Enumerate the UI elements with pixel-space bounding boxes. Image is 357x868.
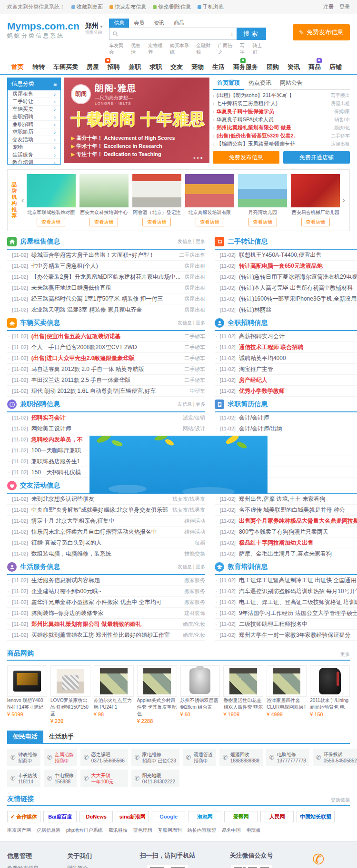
product-name[interactable]: 香榭里活性印花全棉双人四件套 菲尔 — [223, 698, 263, 710]
hot-keyword-link[interactable]: 写字 — [240, 42, 249, 56]
city-switch-link[interactable]: 切换分站 — [85, 30, 102, 36]
row-category[interactable]: 找女友/找男友 — [172, 496, 205, 503]
nav-item[interactable]: 车辆买卖 — [49, 60, 82, 74]
nav-item[interactable]: 交友 — [166, 60, 187, 74]
friend-text-link[interactable]: 电玩板 — [247, 827, 261, 834]
brand-card-name[interactable]: 西安易合机械厂幼儿园 — [291, 209, 340, 216]
row-title[interactable]: 现代 朗动 2012款 1.6L 自动尊贵型[车辆便宜,好车 — [31, 387, 186, 395]
footer-link[interactable]: 网站简介 — [67, 864, 119, 868]
product-name[interactable]: lenovo 联想Y460 N-IFI 14英寸笔记 — [7, 698, 43, 710]
row-category[interactable]: 婚庆/化妆 — [183, 621, 205, 628]
hot-keyword-link[interactable]: 车友聚会 — [109, 42, 127, 56]
product-image[interactable] — [94, 665, 134, 697]
row-title[interactable]: 腾阁装饰--你身边的装修专家 — [31, 609, 180, 617]
row-title[interactable]: 七中旁精装三房急租(个人) — [31, 262, 180, 270]
news-item-category[interactable]: 房屋出租 — [331, 141, 350, 147]
product-name[interactable]: 浴津家居四件套CLUR电视网双层T — [267, 698, 306, 710]
news-item-category[interactable]: 二手轿车 — [331, 133, 350, 139]
news-item-title[interactable]: 华夏良子聘中医保健学员 — [217, 108, 332, 115]
row-title[interactable]: 企业建站只需不到500元哦~ — [31, 587, 180, 595]
brand-card-image[interactable] — [238, 174, 287, 207]
row-title[interactable]: 生活服务信息测试内容标题 — [31, 576, 180, 585]
sidebar-category-item[interactable]: 求职简历› — [8, 128, 60, 136]
row-title[interactable]: 会计/会计师/出纳 — [239, 425, 357, 433]
phone-card[interactable]: ✆钟表维修招商中 — [7, 749, 40, 766]
row-title[interactable]: 绿城百合学府需大房子出售啦！大面积+好户型！ — [31, 251, 175, 259]
search-tab[interactable]: 会员 — [129, 19, 149, 28]
row-title[interactable]: (出售)便宜出售五菱六缸改装切诺基 — [31, 332, 180, 341]
product-image[interactable] — [50, 665, 90, 697]
row-title[interactable]: 电工证焊工证暨高证制冷工证 出证快 全国通用 — [239, 576, 357, 585]
row-title[interactable]: 通信技术工程师 联合招聘 — [239, 343, 357, 351]
search-tab[interactable]: 商品 — [169, 19, 189, 28]
row-title[interactable]: 网站美工设计师 — [31, 425, 179, 433]
sidebar-category-item[interactable]: 生活服务› — [8, 151, 60, 159]
news-tab[interactable]: 首页置顶 — [213, 78, 244, 90]
logo[interactable]: Mymps.com.cn 蚂蚁分类信息系统 — [7, 19, 79, 39]
city-selector[interactable]: 郑州 ▾ 切换分站 — [85, 19, 102, 36]
row-title[interactable]: (转让)急转日用下菱冰箱海尔滚筒洗衣机29电视木质家具 — [239, 273, 357, 281]
product-name[interactable]: 苏泊尔火红点压力锅 PU24F1 — [94, 698, 132, 710]
carousel-next-icon[interactable]: › — [340, 195, 347, 205]
row-title[interactable]: 优秀小学数学教师 — [239, 387, 357, 395]
topbar-link[interactable]: 手机浏览 — [198, 3, 224, 10]
site-logo-text[interactable]: Mymps.com.cn — [7, 20, 79, 31]
brand-card-image[interactable] — [132, 174, 181, 207]
row-category[interactable]: 搬家服务 — [184, 588, 205, 595]
carousel-dots[interactable]: ●●● — [193, 156, 204, 160]
row-category[interactable]: 搬家服务 — [184, 599, 205, 606]
brand-card-name[interactable]: 西安大众科技培训中心 — [79, 209, 129, 216]
nav-item[interactable]: 首页 — [7, 60, 28, 74]
friend-logo[interactable]: 爱帮网 — [224, 811, 258, 822]
sidebar-category-item[interactable]: 交友活动› — [8, 136, 60, 144]
topbar-link[interactable]: 收藏到桌面 — [71, 3, 103, 10]
view-shop-button[interactable]: 查看店铺 — [89, 218, 118, 226]
row-category[interactable]: 二手轿车 — [184, 377, 205, 384]
news-item-title[interactable]: 【锦绣公寓】玉凤路曼哈顿连卡菲 — [217, 140, 328, 147]
brand-card-name[interactable]: 北京真服装培训有限 — [185, 209, 234, 216]
sidebar-category-item[interactable]: 兼职招聘› — [8, 121, 60, 128]
search-input[interactable] — [120, 30, 228, 37]
nav-item[interactable]: 房屋 — [82, 60, 103, 74]
row-title[interactable]: 鑫华洋兄弟金杯小型搬家 小件搬家 优惠中 全市均可 — [31, 598, 180, 606]
more-link[interactable]: 更多 — [196, 239, 205, 244]
menu-icon[interactable]: ≡ — [53, 81, 57, 88]
row-title[interactable]: 郑州出售,萨摩 边境,土土 来家看狗 — [239, 495, 357, 503]
row-category[interactable]: 找女友/找男友 — [172, 507, 205, 514]
row-title[interactable]: 联想机王Y450A-T4400,便宜出售 — [239, 251, 357, 259]
row-category[interactable]: 搬家服务 — [184, 577, 205, 584]
inline-banner-ad[interactable] — [89, 436, 268, 494]
brand-card-image[interactable] — [185, 174, 234, 207]
row-title[interactable]: 电工证、焊工证、登高证二级技师资格证 培训取证 — [239, 598, 357, 606]
publish-info-button[interactable]: ✎ 免费发布信息 — [293, 24, 350, 40]
hot-keyword-link[interactable]: 购买本系统 — [170, 42, 192, 56]
friend-text-link[interactable]: 南京房产网 — [7, 827, 31, 834]
more-link[interactable]: 更多 — [196, 320, 205, 325]
open-shop-button[interactable]: 免费开通店铺 — [283, 151, 350, 164]
product-name[interactable]: Apples美式乡村四件套 卡其反皮革配色 — [137, 698, 177, 716]
row-category[interactable]: 二手房出售 — [179, 252, 205, 259]
nav-item[interactable]: 宠物 — [187, 60, 208, 74]
row-title[interactable]: 转让高配电脑一套650元送液晶炮 — [239, 262, 357, 270]
publish-link[interactable]: 发信息 — [178, 239, 192, 244]
news-item-category[interactable]: 房屋出租 — [331, 100, 350, 107]
phone-card[interactable]: ✆市长热线118114 — [7, 770, 40, 787]
sidebar-category-item[interactable]: 车辆买卖› — [8, 106, 60, 113]
brand-card-image[interactable] — [79, 174, 129, 207]
row-title[interactable]: 极品红十字阿拉斯加幼犬出售 — [239, 539, 357, 547]
row-title[interactable]: 农业路天明路 温馨3室 精装修 家具家电齐全 — [31, 306, 180, 314]
voice-search-icon[interactable]: ⇣ — [230, 31, 234, 37]
shop-more-link[interactable]: 更多 — [340, 651, 350, 658]
nav-item[interactable]: 生活 — [208, 60, 229, 74]
free-publish-button[interactable]: 免费发布信息 — [213, 151, 279, 164]
news-item-title[interactable]: 七中旁精装三房急租(个人) — [217, 100, 328, 107]
row-title[interactable]: 经三路高档时代公寓 1室1厅50平米 精装修 押一付三 — [31, 295, 180, 303]
row-title[interactable]: 800亏本贱卖了有狗狗照片只卖两天 — [239, 528, 357, 536]
view-shop-button[interactable]: 查看店铺 — [301, 218, 330, 226]
row-category[interactable]: 房屋出租 — [184, 295, 205, 302]
row-title[interactable]: 中央血盟“央务解放”成就美好姻缘:北京单身交友俱乐部 — [31, 506, 169, 514]
link-exchange-link[interactable]: 交换链接 — [331, 797, 350, 803]
news-item-title[interactable]: (出售)低价出售诺基亚5320 仅卖2. — [217, 132, 328, 139]
news-item-title[interactable]: 郑州比翼婚礼策划有限公司 做最 — [217, 124, 332, 131]
publish-link[interactable]: 发信息 — [178, 564, 192, 569]
